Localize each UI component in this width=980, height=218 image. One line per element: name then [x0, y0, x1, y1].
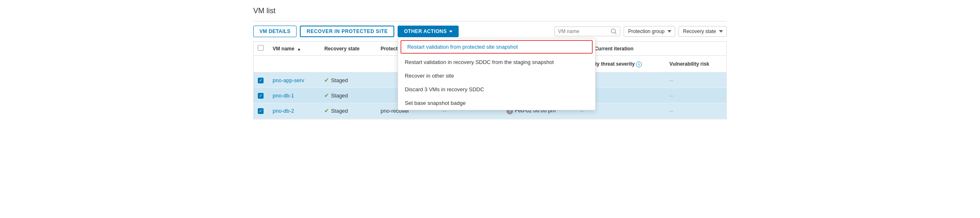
- header-recovery-state: Recovery state: [319, 42, 375, 56]
- checkbox-checked-icon: [258, 78, 264, 83]
- page-title: VM list: [253, 7, 727, 15]
- vm-link[interactable]: pno-db-1: [273, 92, 294, 99]
- other-actions-wrapper: OTHER ACTIONS Restart validation from pr…: [398, 26, 459, 37]
- row2-vm-name: pno-db-1: [268, 88, 319, 103]
- row1-vulnerability-risk: --: [664, 73, 726, 88]
- page-container: VM list VM DETAILS RECOVER IN PROTECTED …: [245, 0, 735, 126]
- other-actions-label: OTHER ACTIONS: [404, 28, 447, 34]
- staged-badge: ✔ Staged: [324, 107, 348, 114]
- chevron-down-icon: [449, 31, 452, 33]
- vm-link[interactable]: pno-app-serv: [273, 77, 304, 83]
- row3-vulnerability-risk: --: [664, 103, 726, 119]
- dropdown-item-discard-vms[interactable]: Discard 3 VMs in recovery SDDC: [398, 83, 595, 96]
- search-input[interactable]: [558, 28, 608, 34]
- row2-vulnerability-risk: --: [664, 88, 726, 103]
- header-checkbox[interactable]: [258, 45, 264, 51]
- protection-group-filter[interactable]: Protection group: [624, 26, 675, 37]
- other-actions-button[interactable]: OTHER ACTIONS: [398, 26, 459, 37]
- row3-vm-name: pno-db-2: [268, 103, 319, 119]
- staged-icon: ✔: [324, 77, 329, 83]
- vm-link[interactable]: pno-db-2: [273, 108, 294, 114]
- recovery-state-filter[interactable]: Recovery state: [678, 26, 727, 37]
- row1-checkbox[interactable]: [254, 73, 268, 88]
- row3-checkbox[interactable]: [254, 103, 268, 119]
- search-container: [554, 26, 620, 36]
- staged-badge: ✔ Staged: [324, 77, 348, 83]
- row2-checkbox[interactable]: [254, 88, 268, 103]
- subheader-empty-1: [254, 56, 268, 73]
- sort-arrow-icon: ▲: [297, 47, 301, 51]
- subheader-empty-3: [319, 56, 375, 73]
- search-icon: [611, 28, 617, 34]
- staged-icon: ✔: [324, 92, 329, 99]
- dropdown-item-recover-other[interactable]: Recover in other site: [398, 69, 595, 83]
- checkbox-checked-icon: [258, 108, 264, 114]
- header-checkbox-col: [254, 42, 268, 56]
- subheader-empty-2: [268, 56, 319, 73]
- header-vm-name[interactable]: VM name ▲: [268, 42, 319, 56]
- info-icon[interactable]: i: [636, 62, 642, 67]
- staged-badge: ✔ Staged: [324, 92, 348, 99]
- other-actions-dropdown: Restart validation from protected site s…: [398, 38, 596, 110]
- dropdown-item-restart-recovery[interactable]: Restart validation in recovery SDDC from…: [398, 55, 595, 69]
- dropdown-item-restart-validation[interactable]: Restart validation from protected site s…: [400, 40, 593, 54]
- staged-icon: ✔: [324, 107, 329, 114]
- recover-protected-button[interactable]: RECOVER IN PROTECTED SITE: [300, 26, 394, 37]
- row1-vm-name: pno-app-serv: [268, 73, 319, 88]
- dropdown-item-set-base[interactable]: Set base snapshot badge: [398, 96, 595, 110]
- row1-recovery-state: ✔ Staged: [319, 73, 375, 88]
- header-vulnerability-risk: Vulnerability risk: [664, 56, 726, 73]
- toolbar: VM DETAILS RECOVER IN PROTECTED SITE OTH…: [253, 21, 727, 42]
- vm-details-button[interactable]: VM DETAILS: [253, 26, 297, 37]
- checkbox-checked-icon: [258, 93, 264, 99]
- row2-recovery-state: ✔ Staged: [319, 88, 375, 103]
- svg-line-1: [615, 33, 616, 34]
- row3-recovery-state: ✔ Staged: [319, 103, 375, 119]
